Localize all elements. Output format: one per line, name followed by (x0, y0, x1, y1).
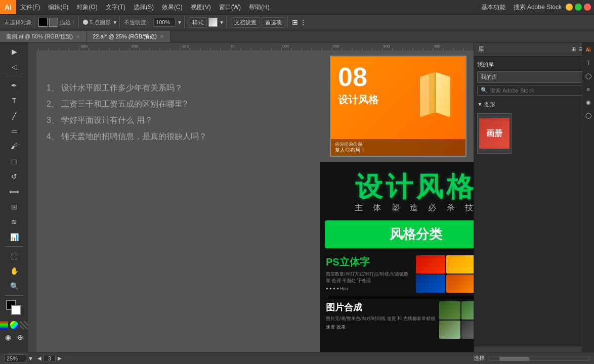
color-icon[interactable] (0, 321, 8, 329)
svg-text:-300: -300 (79, 44, 88, 49)
rotate-tool[interactable]: ↺ (4, 169, 24, 184)
menu-file[interactable]: 文件(F) (16, 0, 44, 14)
section-triangle-icon[interactable]: ▼ (477, 101, 483, 107)
tab-22[interactable]: 22.ai* @ 25% (RGB/预览) ✕ (87, 31, 171, 42)
book-thumbnail: 画册 (479, 118, 510, 149)
rect-tool[interactable]: ▭ (4, 124, 24, 138)
menu-help[interactable]: 帮助(H) (245, 0, 274, 14)
ps-section-title: PS立体字 (326, 255, 412, 269)
brush-preview (83, 20, 88, 25)
doc-preview: 08 设计风格 (330, 56, 466, 157)
menu-window[interactable]: 窗口(W) (215, 0, 245, 14)
zoom-input[interactable] (4, 354, 26, 362)
fill-color[interactable] (38, 18, 48, 27)
properties-toolbar: 未选择对象 描边： 5 点圆形 ▼ 不透明度： ▼ 样式 ▼ 文档设置 首选项 … (0, 14, 594, 30)
scrollbar-thumb[interactable] (499, 357, 529, 361)
panel-thumbnail-book[interactable]: 画册 (477, 113, 512, 154)
pattern-icon[interactable] (20, 321, 28, 329)
svg-text:400: 400 (434, 44, 441, 49)
eraser-tool[interactable]: ◻ (4, 154, 24, 168)
zoom-tool[interactable]: 🔍 (4, 279, 24, 293)
brush-group: 5 点圆形 ▼ (81, 16, 120, 28)
prefs-button[interactable]: 首选项 (262, 17, 285, 28)
opacity-chevron-icon[interactable]: ▼ (177, 20, 182, 25)
appearance-icon[interactable]: ◉ (3, 332, 13, 342)
tool-separator-3 (5, 295, 23, 296)
stroke-color[interactable] (49, 18, 58, 27)
menu-view[interactable]: 视图(V) (187, 0, 215, 14)
tab-case-label: 案例.ai @ 50% (RGB/预览) (6, 33, 73, 40)
text-line-2: 2、 工资三干和工资五成的区别在哪里? (47, 97, 330, 111)
search-icon: 🔍 (481, 87, 488, 94)
menu-type[interactable]: 文字(T) (102, 0, 130, 14)
brush-size-label: 5 点圆形 (90, 19, 111, 26)
prev-page-button[interactable]: ◀ (37, 355, 41, 361)
mirror-tool[interactable]: ⟺ (4, 185, 24, 199)
menu-select[interactable]: 选择(S) (130, 0, 158, 14)
rs-lines-icon[interactable]: ≡ (583, 84, 593, 94)
warp-tool[interactable]: ≋ (4, 215, 24, 229)
graph-tool[interactable]: 📊 (4, 230, 24, 244)
opacity-input[interactable] (153, 18, 176, 27)
gradient-icon[interactable] (10, 321, 18, 329)
library-dropdown[interactable]: 我的库 ▼ (477, 71, 591, 83)
tab-22-close-icon[interactable]: ✕ (160, 34, 164, 39)
rs-circle-icon[interactable]: ◯ (583, 71, 593, 81)
rs-type-icon[interactable]: T (583, 58, 593, 68)
panel-grid-icon[interactable]: ⊞ (571, 46, 576, 53)
search-stock-label[interactable]: 搜索 Adobe Stock (510, 0, 566, 14)
pic-section-title: 图片合成 (326, 301, 435, 313)
ps-images-grid (416, 255, 474, 293)
paint-tool[interactable]: 🖌 (4, 139, 24, 153)
close-button[interactable] (584, 4, 591, 11)
svg-marker-54 (435, 72, 450, 117)
tab-bar: 案例.ai @ 50% (RGB/预览) ✕ 22.ai* @ 25% (RGB… (0, 30, 594, 42)
tab-case[interactable]: 案例.ai @ 50% (RGB/预览) ✕ (0, 31, 87, 42)
search-input[interactable] (490, 87, 587, 94)
color-mode-row (0, 321, 28, 329)
hand-tool[interactable]: ✋ (4, 264, 24, 278)
rs-empty-icon[interactable]: ◯ (583, 110, 593, 120)
style-button[interactable]: 样式 (189, 17, 207, 28)
select-tool[interactable]: ▶ (4, 44, 24, 59)
scale-tool[interactable]: ⊞ (4, 200, 24, 214)
zoom-group: ▼ (4, 354, 33, 362)
tab-case-close-icon[interactable]: ✕ (76, 34, 80, 39)
zoom-chevron-icon[interactable]: ▼ (28, 355, 33, 361)
status-bar: ▼ ◀ ▶ 选择 (0, 352, 594, 364)
rs-dot-icon[interactable]: ◉ (583, 97, 593, 107)
chevron-icon[interactable]: ▼ (112, 20, 117, 25)
line-tool[interactable]: ╱ (4, 109, 24, 123)
maximize-button[interactable] (575, 4, 582, 11)
doc-settings-button[interactable]: 文档设置 (231, 17, 260, 28)
section-label: 图形 (484, 101, 495, 107)
main-document[interactable]: + 设计风格 主 体 塑 造 必 杀 技 风格分类 PS立体字 图层数量/对打方… (320, 162, 474, 364)
minimize-button[interactable] (566, 4, 573, 11)
arrange-icon[interactable]: ⊞ (292, 18, 298, 26)
arrange-label[interactable]: 基本功能 (477, 0, 510, 14)
ruler-top: // We'll draw this via JS after load -30… (28, 42, 474, 51)
menu-bar: Ai 文件(F) 编辑(E) 对象(O) 文字(T) 选择(S) 效果(C) 视… (0, 0, 594, 14)
pen-tool[interactable]: ✒ (4, 78, 24, 93)
horizontal-scrollbar[interactable] (489, 356, 590, 361)
direct-select-tool[interactable]: ◁ (4, 60, 24, 74)
background-color[interactable] (11, 305, 21, 315)
pic-img-2 (461, 301, 474, 320)
canvas-content[interactable]: 1、 设计水平跟工作多少年有关系吗？ 2、 工资三干和工资五成的区别在哪里? 3… (36, 51, 474, 364)
type-tool[interactable]: T (4, 94, 24, 108)
menu-effect[interactable]: 效果(C) (158, 0, 187, 14)
ps-img-1 (416, 255, 445, 274)
layers-icon[interactable]: ⊕ (15, 332, 25, 342)
library-controls: 我的库 我的库 ▼ 🔍 (474, 57, 594, 99)
page-number-input[interactable] (44, 355, 56, 362)
style-chevron-icon[interactable]: ▼ (219, 20, 224, 25)
view-icon[interactable]: ⋮ (300, 18, 307, 26)
next-page-button[interactable]: ▶ (58, 355, 62, 361)
menu-object[interactable]: 对象(O) (72, 0, 101, 14)
doc-title: 设计风格 (338, 93, 378, 107)
rs-ai-icon[interactable]: Ai (583, 44, 593, 55)
menu-edit[interactable]: 编辑(E) (44, 0, 72, 14)
pic-section-tags: 速度 效果 (326, 324, 435, 331)
artboard-tool[interactable]: ⬚ (4, 249, 24, 263)
text-line-4: 4、 铺天盖地的招聘信息，是真的很缺人吗？ (47, 129, 330, 144)
